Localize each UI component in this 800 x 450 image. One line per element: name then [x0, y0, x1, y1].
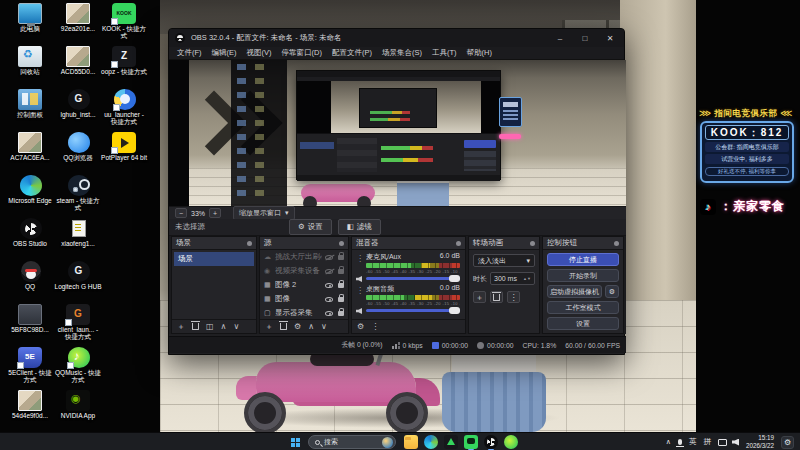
- edge-icon[interactable]: [424, 435, 438, 449]
- kook-icon[interactable]: [464, 435, 478, 449]
- hidden-icons-chevron[interactable]: ∧: [666, 438, 671, 446]
- source-row[interactable]: ▦ 图像 2: [260, 278, 348, 292]
- minimize-button[interactable]: –: [552, 34, 568, 43]
- source-row[interactable]: ▦ 图像: [260, 292, 348, 306]
- desktop-icon-ghub[interactable]: Logitech G HUB: [54, 261, 102, 304]
- virtual-camera-settings-button[interactable]: ⚙: [605, 285, 619, 298]
- maximize-button[interactable]: □: [577, 34, 593, 43]
- desktop-icon-steam[interactable]: steam - 快捷方式: [54, 175, 102, 218]
- sources-dock-header[interactable]: 源: [260, 237, 348, 250]
- menu-scene-collection[interactable]: 场景集合(S): [378, 47, 426, 59]
- taskbar-search[interactable]: 搜索: [308, 435, 396, 449]
- scenes-dock-header[interactable]: 场景: [172, 237, 256, 250]
- volume-slider[interactable]: [366, 277, 460, 280]
- settings-button[interactable]: 设置: [547, 317, 619, 330]
- move-source-up-button[interactable]: ∧: [308, 323, 314, 331]
- desktop-icon-recycle-bin[interactable]: 回收站: [6, 46, 54, 89]
- desktop-icon-client-launcher[interactable]: client_laun... - 快捷方式: [54, 304, 102, 347]
- pin-icon[interactable]: [339, 241, 344, 246]
- source-properties-button[interactable]: ⚙: [294, 323, 301, 331]
- lock-icon[interactable]: [338, 283, 344, 288]
- music-app-icon[interactable]: [504, 435, 518, 449]
- lock-icon[interactable]: [338, 255, 344, 260]
- zoom-fit-dropdown[interactable]: 缩放显示窗口 ▾: [233, 206, 295, 220]
- desktop-icon-5eclient[interactable]: 5EClient - 快捷方式: [6, 347, 54, 390]
- remove-source-button[interactable]: [280, 323, 287, 330]
- desktop-icon-kook[interactable]: KOOK - 快捷方式: [100, 3, 148, 46]
- desktop-icon-control-panel[interactable]: 控制面板: [6, 89, 54, 132]
- source-row[interactable]: ◉ 视频采集设备: [260, 264, 348, 278]
- obs-titlebar[interactable]: OBS 32.0.4 - 配置文件: 未命名 - 场景: 未命名 – □ ✕: [169, 29, 624, 47]
- network-tray-icon[interactable]: [718, 439, 727, 446]
- pin-icon[interactable]: [247, 241, 252, 246]
- desktop-icon-nvidia-app[interactable]: NVIDIA App: [54, 390, 102, 433]
- menu-help[interactable]: 帮助(H): [463, 47, 496, 59]
- more-options-icon[interactable]: ⋮: [371, 323, 379, 331]
- drag-handle-icon[interactable]: ⋮: [356, 254, 364, 263]
- visibility-eye-icon[interactable]: [325, 297, 333, 302]
- ime-language-indicator[interactable]: 英: [689, 437, 697, 447]
- controls-dock-header[interactable]: 控制按钮: [543, 237, 623, 250]
- desktop-icon-oopz[interactable]: oopz - 快捷方式: [100, 46, 148, 89]
- pin-icon[interactable]: [614, 241, 619, 246]
- speaker-icon[interactable]: [356, 308, 362, 314]
- desktop-icon-file[interactable]: 5BF8C98D...: [6, 304, 54, 347]
- desktop-icon-this-pc[interactable]: 此电脑: [6, 3, 54, 46]
- zoom-in-button[interactable]: +: [209, 208, 221, 218]
- start-virtual-camera-button[interactable]: 启动虚拟摄像机: [547, 285, 602, 298]
- remove-scene-button[interactable]: [192, 323, 199, 330]
- stop-streaming-button[interactable]: 停止直播: [547, 253, 619, 266]
- microphone-tray-icon[interactable]: [678, 439, 682, 445]
- menu-view[interactable]: 视图(V): [243, 47, 276, 59]
- scene-filters-button[interactable]: ◫: [206, 323, 214, 331]
- menu-tools[interactable]: 工具(T): [428, 47, 461, 59]
- volume-tray-icon[interactable]: [732, 439, 739, 446]
- lock-icon[interactable]: [338, 269, 344, 274]
- obs-icon[interactable]: [484, 435, 498, 449]
- desktop-icon-image-file[interactable]: ACD55D0...: [54, 46, 102, 89]
- close-button[interactable]: ✕: [602, 34, 618, 43]
- source-properties-button[interactable]: ⚙ 设置: [289, 219, 332, 235]
- start-recording-button[interactable]: 开始录制: [547, 269, 619, 282]
- move-source-down-button[interactable]: ∨: [321, 323, 327, 331]
- move-scene-down-button[interactable]: ∨: [233, 323, 239, 331]
- visibility-eye-icon[interactable]: [325, 269, 333, 274]
- source-filters-button[interactable]: ◧ 滤镜: [338, 219, 381, 235]
- desktop-icon-qq-browser[interactable]: QQ浏览器: [54, 132, 102, 175]
- menu-profile[interactable]: 配置文件(P): [328, 47, 376, 59]
- scene-item-selected[interactable]: 场景: [174, 252, 254, 266]
- desktop-icon-qq[interactable]: QQ: [6, 261, 54, 304]
- visibility-eye-icon[interactable]: [325, 283, 333, 288]
- spinner-arrows-icon[interactable]: ▲▼: [523, 277, 531, 281]
- menu-edit[interactable]: 编辑(E): [208, 47, 241, 59]
- menu-file[interactable]: 文件(F): [173, 47, 206, 59]
- desktop-icon-qqmusic[interactable]: QQMusic - 快捷方式: [54, 347, 102, 390]
- lock-icon[interactable]: [338, 297, 344, 302]
- visibility-eye-icon[interactable]: [325, 311, 333, 316]
- ime-mode-indicator[interactable]: 拼: [703, 437, 711, 447]
- desktop-icon-potplayer[interactable]: PotPlayer 64 bit: [100, 132, 148, 175]
- desktop-icon-uu-launcher[interactable]: uu_launcher - 快捷方式: [100, 89, 148, 132]
- mixer-settings-icon[interactable]: ⚙: [357, 323, 364, 331]
- desktop-icon-image-file[interactable]: 92ea201e...: [54, 3, 102, 46]
- add-transition-button[interactable]: ＋: [473, 291, 486, 303]
- preview-canvas[interactable]: [169, 60, 626, 206]
- tray-widget-button[interactable]: ⚙: [781, 436, 794, 449]
- desktop-icon-obs-studio[interactable]: OBS Studio: [6, 218, 54, 261]
- mixer-dock-header[interactable]: 混音器: [352, 237, 465, 250]
- desktop-icon-image-file[interactable]: AC7AC6EA...: [6, 132, 54, 175]
- file-explorer-icon[interactable]: [404, 435, 418, 449]
- start-button[interactable]: [291, 438, 300, 447]
- drag-handle-icon[interactable]: ⋮: [356, 286, 364, 295]
- transition-options-button[interactable]: ⋮: [507, 291, 520, 303]
- visibility-eye-icon[interactable]: [325, 255, 333, 260]
- add-scene-button[interactable]: ＋: [177, 323, 185, 331]
- transition-select[interactable]: 淡入淡出 ▾: [473, 254, 535, 267]
- menu-docks[interactable]: 停靠窗口(D): [278, 47, 326, 59]
- pin-icon[interactable]: [456, 241, 461, 246]
- desktop-icon-image-file[interactable]: 54d4e9f0d...: [6, 390, 54, 433]
- volume-slider[interactable]: [366, 309, 460, 312]
- uu-accelerator-icon[interactable]: [444, 435, 458, 449]
- lock-icon[interactable]: [338, 311, 344, 316]
- clock[interactable]: 15:19 2026/3/22: [746, 434, 774, 450]
